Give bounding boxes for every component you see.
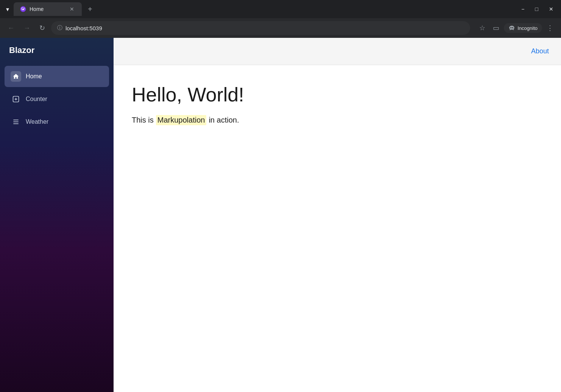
sidebar-item-weather[interactable]: Weather <box>5 111 109 132</box>
active-tab[interactable]: Home ✕ <box>14 2 82 16</box>
subtitle-prefix: This is <box>132 116 154 124</box>
incognito-button[interactable]: Incognito <box>504 23 542 33</box>
subtitle-suffix: in action. <box>209 116 239 124</box>
incognito-icon <box>508 25 515 31</box>
sidebar-item-counter[interactable]: Counter <box>5 89 109 110</box>
weather-icon <box>11 117 21 127</box>
toolbar-right: ☆ ▭ Incognito ⋮ <box>476 22 556 34</box>
page-title: Hello, World! <box>132 83 543 106</box>
counter-icon <box>11 94 21 104</box>
sidebar-item-home-label: Home <box>26 73 42 80</box>
top-bar: About <box>114 38 561 65</box>
svg-point-1 <box>23 9 24 10</box>
bookmark-icon[interactable]: ☆ <box>476 22 488 34</box>
close-window-button[interactable]: ✕ <box>544 4 558 14</box>
url-display[interactable]: localhost:5039 <box>65 25 464 31</box>
new-tab-button[interactable]: + <box>83 3 97 16</box>
tab-dropdown[interactable]: ▾ <box>3 3 12 16</box>
url-text: localhost:5039 <box>65 25 102 31</box>
tab-close-button[interactable]: ✕ <box>68 5 76 13</box>
about-link[interactable]: About <box>531 47 549 55</box>
more-options-button[interactable]: ⋮ <box>544 22 556 34</box>
forward-button[interactable]: → <box>20 22 33 34</box>
sidebar-item-weather-label: Weather <box>26 118 48 125</box>
minimize-button[interactable]: − <box>517 4 529 14</box>
svg-point-2 <box>510 27 511 28</box>
highlighted-word: Markupolation <box>156 115 207 125</box>
home-icon <box>11 71 21 82</box>
sidebar-icon[interactable]: ▭ <box>490 22 502 34</box>
sidebar-item-counter-label: Counter <box>26 96 47 103</box>
window-controls: − □ ✕ <box>517 4 558 14</box>
svg-point-3 <box>512 27 513 28</box>
page-body: Hello, World! This is Markupolation in a… <box>114 65 561 392</box>
sidebar-item-home[interactable]: Home <box>5 66 109 87</box>
main-content: About Hello, World! This is Markupolatio… <box>114 38 561 392</box>
address-input[interactable]: ⓘ localhost:5039 <box>51 21 470 35</box>
sidebar-nav: Home Counter <box>0 63 114 135</box>
info-icon: ⓘ <box>57 25 62 31</box>
maximize-button[interactable]: □ <box>531 4 543 14</box>
tab-favicon <box>20 6 26 12</box>
tab-title: Home <box>30 6 65 12</box>
sidebar-brand: Blazor <box>0 38 114 63</box>
tab-bar: ▾ Home ✕ + − □ ✕ <box>0 0 561 18</box>
address-bar: ← → ↻ ⓘ localhost:5039 ☆ ▭ Incognito ⋮ <box>0 18 561 38</box>
back-button[interactable]: ← <box>5 22 17 34</box>
reload-button[interactable]: ↻ <box>36 22 48 34</box>
incognito-label: Incognito <box>517 25 538 31</box>
sidebar: Blazor Home <box>0 38 114 392</box>
page-subtitle: This is Markupolation in action. <box>132 115 543 125</box>
app-content: Blazor Home <box>0 38 561 392</box>
